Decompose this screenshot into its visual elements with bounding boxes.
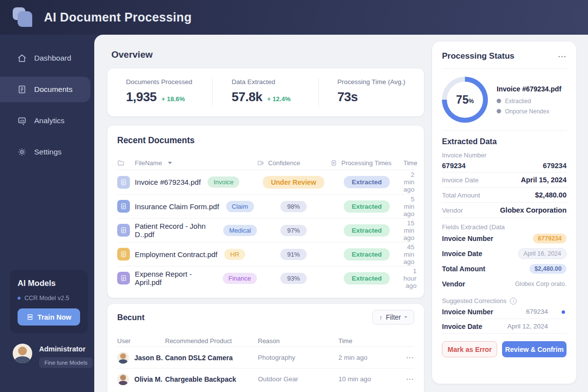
stat-value: 73s [337, 89, 358, 105]
column-confidence[interactable]: Confidence [257, 159, 330, 167]
app-header: AI Document Processing [0, 0, 588, 35]
file-name: Expense Report - April.pdf [135, 270, 216, 286]
invoice-number-extracted: 679234 [442, 162, 465, 170]
suggested-corrections-title: Suggested Corrections [442, 297, 506, 305]
field-row: Invoice Number 6779234 [442, 231, 567, 246]
data-row: Vendor Globex Corporation [442, 203, 567, 218]
app-title: AI Document Processing [44, 10, 192, 24]
home-icon [17, 53, 27, 64]
stat-value: 57.8k [231, 89, 262, 105]
column-time: Time [338, 337, 402, 345]
user-name: Jason B. [134, 354, 163, 362]
row-time: 15 min ago [403, 219, 416, 241]
status-badge: Extracted [344, 200, 390, 213]
info-icon[interactable]: i [510, 298, 517, 305]
table-row[interactable]: Expense Report - April.pdf Finance 93% E… [117, 266, 414, 290]
list-item[interactable]: Jason B. Canon DSL2 Camera Photography 2… [117, 347, 414, 368]
filter-button[interactable]: ↑ Filter [372, 310, 414, 325]
row-time: 2 min ago [403, 171, 416, 193]
sidebar-item-documents[interactable]: Documents [0, 77, 90, 102]
row-menu-icon[interactable]: ⋯ [402, 353, 414, 362]
row-time: 1 hour ago [403, 267, 418, 289]
stat-delta: + 12.4% [267, 95, 291, 103]
field-value-badge: 6779234 [533, 234, 567, 243]
divider [442, 68, 567, 69]
recommendations-title: Becunt [117, 313, 414, 322]
sidebar-item-settings[interactable]: Settings [0, 139, 94, 165]
sidebar-item-dashboard[interactable]: Dashboard [0, 45, 94, 71]
avatar[interactable] [13, 344, 32, 363]
file-name: Insurance Claim Form.pdf [135, 202, 219, 211]
field-value-badge: April 16, 2024 [518, 248, 567, 259]
main-content: Overview Documents Processed 1,935 + 18.… [94, 35, 588, 392]
ai-models-title: AI Models [18, 279, 80, 288]
doc-type-tag: Medical [223, 225, 257, 236]
confidence-badge: 97% [280, 225, 307, 236]
table-row[interactable]: Employment Contract.pdf HR 91% Extracted… [117, 242, 414, 266]
table-row[interactable]: Patient Record - John D..pdf Medical 97%… [117, 218, 414, 242]
review-confirm-button[interactable]: Review & Confrim [502, 341, 567, 357]
doc-type-tag: HR [224, 249, 245, 260]
sidebar: Dashboard Documents Analytics Settings A… [0, 35, 94, 392]
row-menu-icon[interactable]: ⋯ [402, 374, 414, 384]
column-time[interactable]: Time [403, 159, 417, 167]
column-processing-times[interactable]: Processing Times [330, 159, 403, 167]
sidebar-item-label: Documents [34, 85, 72, 94]
processing-file-name: Invoice #679234.pdf [497, 85, 561, 93]
doc-file-icon [117, 224, 130, 237]
panel-menu-icon[interactable]: ⋯ [558, 51, 567, 62]
processing-step: Onporse Nendex [497, 108, 561, 115]
row-time: 10 min ago [338, 375, 402, 383]
confidence-badge: 91% [280, 249, 307, 260]
status-badge: Extracted [344, 248, 390, 261]
recent-documents-title: Recent Documents [117, 135, 414, 146]
stat-value: 1,935 [126, 89, 157, 105]
progress-ring: 75 % [442, 77, 488, 123]
user-avatar [117, 352, 129, 364]
step-dot-icon [497, 99, 501, 103]
file-name: Employment Contract.pdf [135, 250, 217, 259]
doc-file-icon [117, 272, 130, 284]
invoice-number-row: 679234 679234 [442, 159, 567, 173]
doc-file-icon [117, 176, 130, 189]
file-name: Patient Record - John D..pdf [135, 222, 216, 239]
correction-row: Invoice Number 679234 [442, 305, 567, 319]
gear-icon [17, 147, 27, 157]
row-time: 45 min ago [403, 243, 416, 265]
table-row[interactable]: Invoice #679234.pdf Invoice Under Review… [117, 170, 414, 194]
folder-icon [117, 159, 135, 167]
train-now-button[interactable]: Train Now [18, 308, 80, 326]
stat-label: Data Extracted [231, 78, 318, 86]
ai-model-item: CCR Model v2.5 [18, 295, 80, 302]
fields-extracted-title: Fields Extracted (Data [442, 223, 567, 231]
profile-section: Administrator Fine tune Models [13, 344, 93, 368]
table-row[interactable]: Insurance Claim Form.pdf Claim 98% Extra… [117, 194, 414, 218]
step-dot-icon [497, 109, 501, 113]
stat-delta: + 18.6% [162, 95, 185, 103]
sidebar-item-label: Settings [34, 148, 62, 156]
column-user: User [117, 337, 165, 345]
recommended-product: Canon DSL2 Camera [165, 354, 258, 362]
column-filename[interactable]: FileName [135, 159, 257, 167]
doc-file-icon [117, 200, 130, 213]
mark-as-error-button[interactable]: Mark as Error [442, 341, 497, 357]
column-product: Recommended Product [165, 337, 258, 345]
stats-card: Documents Processed 1,935 + 18.6% Data E… [107, 68, 424, 116]
processing-status-panel: Processing Status ⋯ 75 % Invoice #679234… [432, 42, 576, 384]
analytics-icon [17, 116, 27, 126]
field-row: Total Amount $2,480.00 [442, 261, 567, 276]
stat-label: Documents Processed [126, 78, 212, 86]
list-item[interactable]: Olivia M. Chargeable Backpack Outdoor Ge… [117, 368, 414, 390]
sidebar-item-analytics[interactable]: Analytics [0, 108, 94, 133]
doc-file-icon [117, 248, 130, 261]
stat-documents-processed: Documents Processed 1,935 + 18.6% [107, 78, 212, 107]
reason: Outdoor Gear [258, 375, 338, 383]
recommended-product: Chargeable Backpack [165, 375, 258, 383]
field-row: Invoice Date April 16, 2024 [442, 246, 567, 261]
correction-row: Invoice Date April 12, 2024 [442, 319, 567, 334]
row-time: 5 min ago [403, 196, 416, 218]
sidebar-item-label: Analytics [34, 116, 64, 125]
stat-label: Processing Time (Avg.) [337, 78, 424, 86]
status-badge: Extracted [344, 272, 390, 284]
fine-tune-models-button[interactable]: Fine tune Models [39, 357, 93, 368]
